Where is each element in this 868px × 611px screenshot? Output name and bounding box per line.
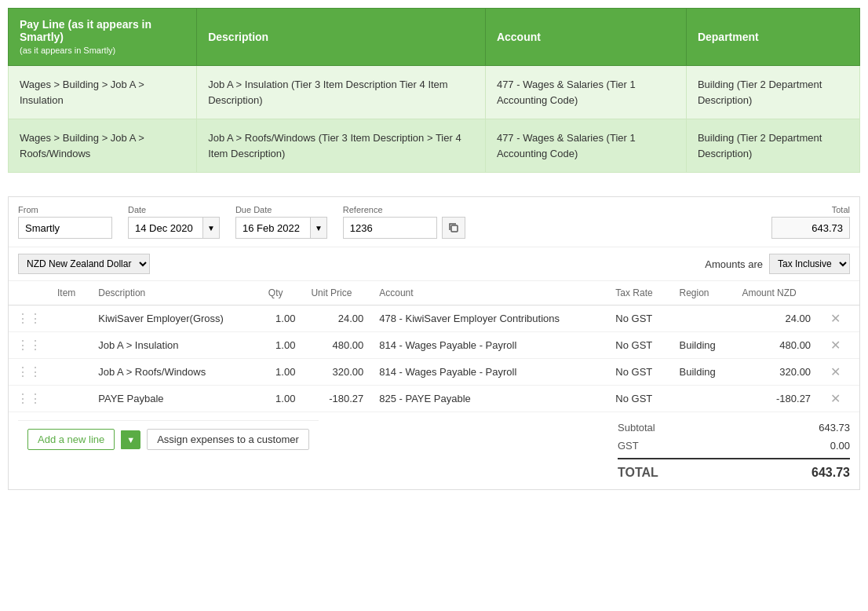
line-item-unit-price: 320.00 [303,359,371,386]
due-date-arrow-btn[interactable]: ▼ [310,217,327,239]
add-new-line-dropdown[interactable]: ▼ [121,430,140,449]
line-item-account: 478 - KiwiSaver Employer Contributions [371,306,607,332]
line-item-row: ⋮⋮KiwiSaver Employer(Gross)1.0024.00478 … [9,306,859,332]
line-item-qty: 1.00 [261,359,304,386]
line-item-item [49,306,90,332]
amounts-are-label: Amounts are [705,258,763,270]
line-item-item [49,359,90,386]
th-drag [9,281,49,306]
delete-line-button[interactable]: ✕ [826,391,844,406]
from-input[interactable] [18,217,112,239]
bottom-section: Add a new line ▼ Assign expenses to a cu… [9,412,859,489]
line-item-amount: 320.00 [734,359,819,386]
line-item-unit-price: 24.00 [303,306,371,332]
th-tax-rate: Tax Rate [607,281,671,306]
subtotal-label: Subtotal [618,422,655,434]
line-item-description: Job A > Insulation [90,332,261,359]
date-input[interactable] [128,217,202,239]
line-item-tax-rate: No GST [607,332,671,359]
grand-total-row: TOTAL 643.73 [618,458,850,483]
department-header-text: Department [698,31,759,43]
grand-total-label: TOTAL [618,466,658,480]
account-header-text: Account [497,31,541,43]
line-item-tax-rate: No GST [607,306,671,332]
line-item-qty: 1.00 [261,386,304,412]
delete-line-button[interactable]: ✕ [826,311,844,326]
date-label: Date [128,205,220,214]
due-date-input[interactable] [235,217,310,239]
mapping-cell-description: Job A > Roofs/Windows (Tier 3 Item Descr… [197,119,486,173]
line-item-row: ⋮⋮PAYE Paybale1.00-180.27825 - PAYE Paya… [9,386,859,412]
date-arrow-btn[interactable]: ▼ [202,217,220,239]
drag-handle[interactable]: ⋮⋮ [9,306,49,332]
due-date-label: Due Date [235,205,327,214]
th-delete [819,281,859,306]
col-header-department: Department [686,9,859,66]
line-item-description: KiwiSaver Employer(Gross) [90,306,261,332]
line-item-amount: -180.27 [734,386,819,412]
reference-group: Reference [343,205,465,239]
gst-label: GST [618,440,639,452]
line-item-unit-price: 480.00 [303,332,371,359]
line-item-tax-rate: No GST [607,386,671,412]
from-label: From [18,205,112,214]
drag-handle[interactable]: ⋮⋮ [9,332,49,359]
description-header-text: Description [208,31,268,43]
subtotal-row: Subtotal 643.73 [618,419,850,437]
th-description: Description [90,281,261,306]
add-new-line-button[interactable]: Add a new line [27,429,115,450]
line-item-tax-rate: No GST [607,359,671,386]
mapping-cell-department: Building (Tier 2 Department Description) [686,119,859,173]
col-header-account: Account [485,9,686,66]
line-item-item [49,332,90,359]
mapping-cell-pay_line: Wages > Building > Job A > Roofs/Windows [9,119,197,173]
th-qty: Qty [261,281,304,306]
subtotal-value: 643.73 [787,422,850,434]
line-items-header-row: Item Description Qty Unit Price Account … [9,281,859,306]
line-item-delete[interactable]: ✕ [819,359,859,386]
payline-header-text: Pay Line (as it appears in Smartly) [20,18,151,43]
total-label: Total [771,205,850,214]
th-amount: Amount NZD [734,281,819,306]
line-item-region [672,386,735,412]
line-item-account: 825 - PAYE Payable [371,386,607,412]
action-row: Add a new line ▼ Assign expenses to a cu… [18,420,319,458]
tax-inclusive-select[interactable]: Tax Inclusive [769,254,850,274]
mapping-row: Wages > Building > Job A > InsulationJob… [9,66,860,119]
reference-input[interactable] [343,217,437,239]
line-item-amount: 480.00 [734,332,819,359]
currency-select[interactable]: NZD New Zealand Dollar [18,254,150,274]
drag-handle[interactable]: ⋮⋮ [9,359,49,386]
currency-row: NZD New Zealand Dollar Amounts are Tax I… [9,247,859,281]
line-item-description: Job A > Roofs/Windows [90,359,261,386]
mapping-cell-account: 477 - Wages & Salaries (Tier 1 Accountin… [485,66,686,119]
delete-line-button[interactable]: ✕ [826,364,844,379]
line-item-delete[interactable]: ✕ [819,306,859,332]
due-date-group: Due Date ▼ [235,205,327,239]
th-unit-price: Unit Price [303,281,371,306]
line-item-amount: 24.00 [734,306,819,332]
grand-total-value: 643.73 [787,466,850,480]
reference-label: Reference [343,205,465,214]
line-item-account: 814 - Wages Payable - Payroll [371,359,607,386]
mapping-cell-department: Building (Tier 2 Department Description) [686,66,859,119]
line-item-delete[interactable]: ✕ [819,386,859,412]
gst-value: 0.00 [787,440,850,452]
copy-button[interactable] [442,217,465,239]
line-item-region [672,306,735,332]
mapping-cell-pay_line: Wages > Building > Job A > Insulation [9,66,197,119]
line-item-region: Building [672,359,735,386]
from-group: From [18,205,112,239]
drag-handle[interactable]: ⋮⋮ [9,386,49,412]
delete-line-button[interactable]: ✕ [826,338,844,353]
total-input [771,217,850,239]
col-header-description: Description [197,9,486,66]
date-group: Date ▼ [128,205,220,239]
line-item-qty: 1.00 [261,306,304,332]
mapping-cell-description: Job A > Insulation (Tier 3 Item Descript… [197,66,486,119]
line-items-table: Item Description Qty Unit Price Account … [9,281,859,412]
th-item: Item [49,281,90,306]
line-item-account: 814 - Wages Payable - Payroll [371,332,607,359]
assign-expenses-button[interactable]: Assign expenses to a customer [147,429,309,450]
line-item-delete[interactable]: ✕ [819,332,859,359]
